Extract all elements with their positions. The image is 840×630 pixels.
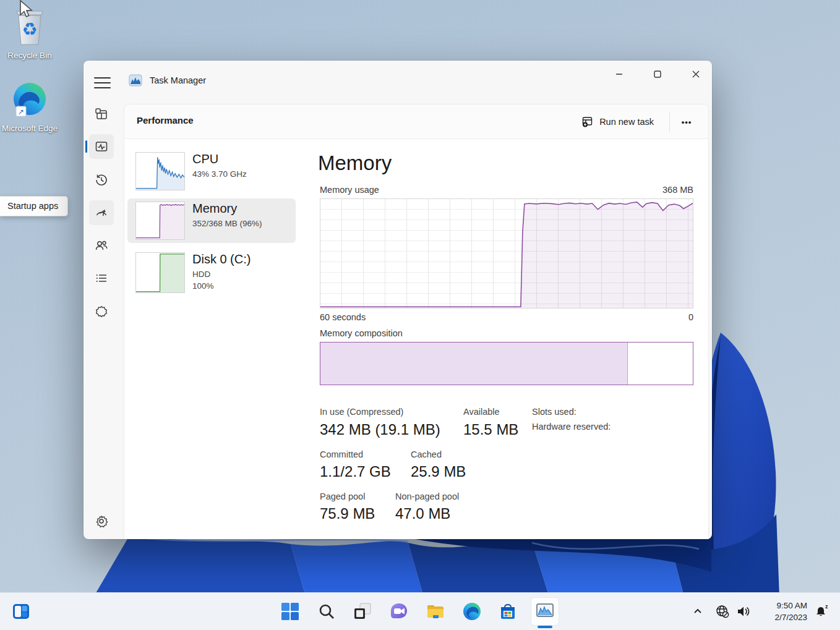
sidebar-item-app-history[interactable] (89, 168, 114, 192)
task-manager-taskbar-button[interactable] (531, 597, 559, 626)
clock-time: 9:50 AM (752, 600, 807, 611)
memory-title: Memory (192, 202, 237, 216)
disk-title: Disk 0 (C:) (192, 252, 251, 266)
network-button[interactable] (713, 602, 732, 621)
sidebar-item-performance[interactable] (89, 134, 114, 159)
paged-pool-label: Paged pool (320, 492, 365, 501)
committed-label: Committed (320, 449, 363, 459)
in-use-value: 342 MB (19.1 MB) (320, 421, 440, 438)
maximize-icon (654, 70, 661, 78)
selected-nav-accent (85, 140, 87, 153)
cpu-subtitle: 43% 3.70 GHz (192, 169, 247, 179)
close-button[interactable] (682, 63, 710, 85)
svg-text:↗: ↗ (18, 108, 24, 116)
sidebar-item-details[interactable] (89, 266, 114, 291)
sidebar-item-users[interactable] (89, 233, 114, 258)
services-icon (95, 305, 108, 318)
run-new-task-icon (581, 116, 594, 128)
hamburger-menu-button[interactable] (94, 74, 111, 87)
tray-clock[interactable]: 9:50 AM 2/7/2023 (752, 600, 807, 623)
cpu-mini-chart (135, 152, 185, 190)
page-title: Performance (137, 115, 194, 126)
titlebar: Task Manager (84, 61, 712, 99)
perf-list-item-memory[interactable]: Memory 352/368 MB (96%) (127, 198, 296, 243)
detail-title: Memory (318, 151, 392, 175)
startup-apps-tooltip: Startup apps (0, 196, 68, 216)
header-divider (669, 111, 670, 132)
clock-date: 2/7/2023 (752, 611, 807, 623)
task-manager-window: Task Manager (84, 61, 712, 539)
minimize-button[interactable] (605, 63, 633, 85)
store-button[interactable] (498, 602, 518, 621)
minimize-icon (615, 70, 623, 78)
search-icon (318, 603, 335, 620)
close-icon (692, 70, 700, 78)
file-explorer-icon (426, 602, 445, 621)
users-icon (95, 239, 108, 252)
volume-button[interactable] (734, 602, 753, 621)
time-axis-right: 0 (320, 312, 693, 322)
task-manager-app-icon (129, 74, 142, 87)
perf-list-item-disk[interactable]: Disk 0 (C:) HDD 100% (127, 249, 296, 304)
processes-icon (95, 107, 108, 121)
task-view-icon (353, 602, 372, 621)
desktop-icon-edge[interactable]: ↗ Microsoft Edge (0, 82, 59, 134)
file-explorer-button[interactable] (426, 602, 445, 621)
svg-text:♻: ♻ (22, 20, 37, 39)
paged-pool-value: 75.9 MB (320, 505, 375, 522)
sidebar-item-startup-apps[interactable] (89, 200, 114, 225)
memory-scale-max: 368 MB (320, 185, 693, 195)
run-new-task-label: Run new task (599, 117, 654, 127)
disk-subtitle: HDD (192, 270, 210, 279)
windows-start-icon (281, 602, 299, 621)
svg-text:z: z (825, 603, 828, 610)
tray-chevron-button[interactable] (691, 602, 705, 621)
memory-subtitle: 352/368 MB (96%) (192, 219, 262, 228)
hardware-reserved-label: Hardware reserved: (532, 422, 611, 432)
task-manager-active-indicator (538, 626, 552, 628)
edge-taskbar-button[interactable] (462, 602, 482, 621)
sidebar-item-settings[interactable] (89, 509, 114, 534)
more-options-button[interactable]: ••• (675, 112, 698, 132)
microsoft-store-icon (499, 602, 517, 621)
sidebar-item-services[interactable] (89, 299, 114, 324)
startup-apps-icon (95, 206, 108, 219)
task-manager-taskbar-icon (535, 602, 555, 621)
widgets-button[interactable] (11, 602, 31, 621)
maximize-button[interactable] (643, 63, 672, 85)
cached-value: 25.9 MB (411, 463, 466, 480)
memory-composition-bar (320, 342, 693, 385)
bell-snooze-icon: z (813, 603, 829, 619)
start-button[interactable] (280, 602, 300, 621)
perf-list-item-cpu[interactable]: CPU 43% 3.70 GHz (127, 149, 296, 194)
available-value: 15.5 MB (463, 421, 518, 438)
details-icon (95, 271, 108, 285)
desktop-icon-label: Microsoft Edge (0, 123, 59, 134)
content-pane: Performance Run new task ••• CPU 43% 3.7… (124, 104, 709, 539)
network-no-internet-icon (715, 604, 730, 619)
memory-composition-fill (320, 343, 628, 385)
chat-icon (389, 602, 409, 621)
search-button[interactable] (317, 602, 336, 621)
available-label: Available (463, 407, 500, 417)
slots-used-label: Slots used: (532, 407, 576, 417)
chevron-up-icon (693, 607, 703, 616)
run-new-task-button[interactable]: Run new task (575, 112, 660, 132)
desktop: { "colors": { "accent_blue": "#0067c0", … (0, 0, 840, 630)
cached-label: Cached (411, 449, 442, 459)
memory-mini-chart (135, 202, 185, 240)
mouse-cursor (19, 0, 35, 19)
notification-bell-button[interactable]: z (812, 602, 831, 621)
performance-icon (95, 140, 108, 153)
sidebar-item-processes[interactable] (89, 101, 114, 126)
widgets-icon (12, 602, 30, 621)
disk-mini-chart (135, 252, 185, 293)
chat-button[interactable] (389, 602, 409, 621)
edge-taskbar-icon (462, 602, 482, 621)
memory-composition-label: Memory composition (320, 328, 403, 338)
task-view-button[interactable] (353, 602, 372, 621)
nonpaged-pool-value: 47.0 MB (395, 505, 450, 522)
nonpaged-pool-label: Non-paged pool (395, 492, 459, 501)
memory-usage-chart (320, 198, 693, 309)
disk-subtitle2: 100% (192, 281, 214, 291)
